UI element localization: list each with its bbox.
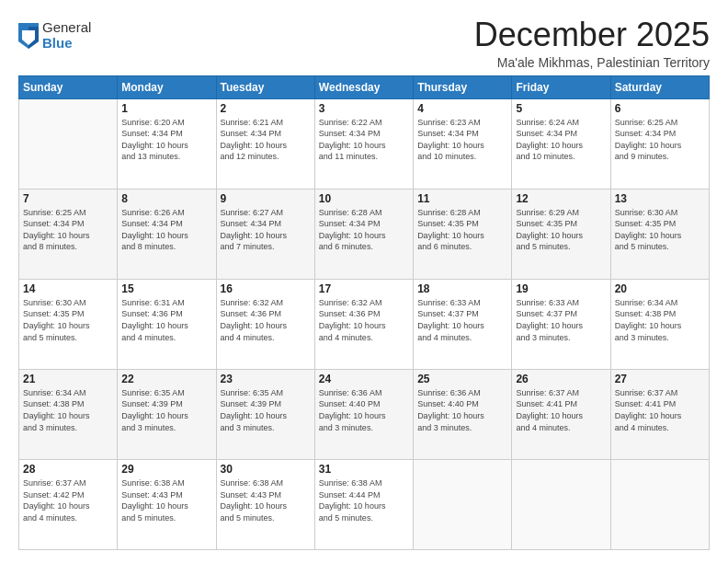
day-number: 19: [516, 282, 606, 295]
day-info: Sunrise: 6:23 AM Sunset: 4:34 PM Dayligh…: [417, 117, 507, 163]
day-info: Sunrise: 6:35 AM Sunset: 4:39 PM Dayligh…: [221, 387, 311, 433]
calendar-week-row: 7Sunrise: 6:25 AM Sunset: 4:34 PM Daylig…: [19, 189, 710, 279]
logo-icon: [18, 23, 39, 49]
calendar-week-row: 14Sunrise: 6:30 AM Sunset: 4:35 PM Dayli…: [19, 279, 710, 369]
logo: General Blue: [18, 20, 91, 51]
calendar-week-row: 1Sunrise: 6:20 AM Sunset: 4:34 PM Daylig…: [19, 98, 710, 189]
table-row: 16Sunrise: 6:32 AM Sunset: 4:36 PM Dayli…: [216, 279, 314, 369]
logo-general-text: General: [42, 20, 91, 36]
header-thursday: Thursday: [414, 75, 512, 98]
calendar-week-row: 28Sunrise: 6:37 AM Sunset: 4:42 PM Dayli…: [19, 459, 710, 549]
day-number: 7: [23, 192, 113, 205]
day-number: 21: [23, 373, 113, 385]
table-row: 15Sunrise: 6:31 AM Sunset: 4:36 PM Dayli…: [118, 279, 216, 369]
header-friday: Friday: [512, 75, 610, 98]
location-subtitle: Ma'ale Mikhmas, Palestinian Territory: [474, 55, 710, 70]
table-row: 5Sunrise: 6:24 AM Sunset: 4:34 PM Daylig…: [512, 98, 610, 189]
table-row: 11Sunrise: 6:28 AM Sunset: 4:35 PM Dayli…: [414, 189, 512, 279]
page: General Blue December 2025 Ma'ale Mikhma…: [0, 0, 728, 563]
logo-text: General Blue: [42, 20, 91, 51]
day-info: Sunrise: 6:25 AM Sunset: 4:34 PM Dayligh…: [615, 117, 705, 163]
day-info: Sunrise: 6:36 AM Sunset: 4:40 PM Dayligh…: [417, 387, 507, 433]
day-info: Sunrise: 6:28 AM Sunset: 4:35 PM Dayligh…: [417, 207, 507, 253]
day-number: 1: [121, 102, 211, 115]
table-row: 6Sunrise: 6:25 AM Sunset: 4:34 PM Daylig…: [610, 98, 709, 189]
table-row: 24Sunrise: 6:36 AM Sunset: 4:40 PM Dayli…: [314, 369, 413, 459]
day-number: 28: [23, 463, 113, 476]
day-info: Sunrise: 6:33 AM Sunset: 4:37 PM Dayligh…: [417, 297, 507, 343]
day-number: 6: [615, 102, 705, 115]
day-number: 23: [221, 373, 311, 385]
calendar-week-row: 21Sunrise: 6:34 AM Sunset: 4:38 PM Dayli…: [19, 369, 710, 459]
day-info: Sunrise: 6:34 AM Sunset: 4:38 PM Dayligh…: [23, 387, 113, 433]
day-number: 14: [23, 282, 113, 295]
table-row: 26Sunrise: 6:37 AM Sunset: 4:41 PM Dayli…: [512, 369, 610, 459]
day-number: 3: [319, 102, 409, 115]
day-info: Sunrise: 6:30 AM Sunset: 4:35 PM Dayligh…: [23, 297, 113, 343]
table-row: 17Sunrise: 6:32 AM Sunset: 4:36 PM Dayli…: [314, 279, 413, 369]
table-row: 28Sunrise: 6:37 AM Sunset: 4:42 PM Dayli…: [19, 459, 118, 549]
table-row: [19, 98, 118, 189]
calendar-header-row: Sunday Monday Tuesday Wednesday Thursday…: [19, 75, 710, 98]
day-info: Sunrise: 6:37 AM Sunset: 4:42 PM Dayligh…: [23, 477, 113, 523]
day-info: Sunrise: 6:22 AM Sunset: 4:34 PM Dayligh…: [319, 117, 409, 163]
table-row: [414, 459, 512, 549]
table-row: 4Sunrise: 6:23 AM Sunset: 4:34 PM Daylig…: [414, 98, 512, 189]
day-number: 24: [319, 373, 409, 385]
calendar-table: Sunday Monday Tuesday Wednesday Thursday…: [18, 75, 710, 550]
day-number: 25: [417, 373, 507, 385]
table-row: 25Sunrise: 6:36 AM Sunset: 4:40 PM Dayli…: [414, 369, 512, 459]
table-row: 14Sunrise: 6:30 AM Sunset: 4:35 PM Dayli…: [19, 279, 118, 369]
day-number: 12: [516, 192, 606, 205]
day-info: Sunrise: 6:28 AM Sunset: 4:34 PM Dayligh…: [319, 207, 409, 253]
table-row: [610, 459, 709, 549]
day-number: 4: [417, 102, 507, 115]
day-number: 30: [221, 463, 311, 476]
header-sunday: Sunday: [19, 75, 118, 98]
table-row: 29Sunrise: 6:38 AM Sunset: 4:43 PM Dayli…: [118, 459, 216, 549]
month-title: December 2025: [474, 17, 710, 53]
day-info: Sunrise: 6:21 AM Sunset: 4:34 PM Dayligh…: [221, 117, 311, 163]
day-number: 20: [615, 282, 705, 295]
day-number: 26: [516, 373, 606, 385]
day-info: Sunrise: 6:26 AM Sunset: 4:34 PM Dayligh…: [121, 207, 211, 253]
day-info: Sunrise: 6:38 AM Sunset: 4:43 PM Dayligh…: [221, 477, 311, 523]
header-saturday: Saturday: [610, 75, 709, 98]
header: General Blue December 2025 Ma'ale Mikhma…: [18, 17, 710, 70]
day-number: 11: [417, 192, 507, 205]
day-number: 22: [121, 373, 211, 385]
day-number: 13: [615, 192, 705, 205]
day-number: 17: [319, 282, 409, 295]
table-row: 21Sunrise: 6:34 AM Sunset: 4:38 PM Dayli…: [19, 369, 118, 459]
day-number: 27: [615, 373, 705, 385]
logo-blue-text: Blue: [42, 36, 91, 52]
table-row: 10Sunrise: 6:28 AM Sunset: 4:34 PM Dayli…: [314, 189, 413, 279]
day-info: Sunrise: 6:35 AM Sunset: 4:39 PM Dayligh…: [121, 387, 211, 433]
day-info: Sunrise: 6:20 AM Sunset: 4:34 PM Dayligh…: [121, 117, 211, 163]
day-info: Sunrise: 6:30 AM Sunset: 4:35 PM Dayligh…: [615, 207, 705, 253]
table-row: 7Sunrise: 6:25 AM Sunset: 4:34 PM Daylig…: [19, 189, 118, 279]
day-number: 8: [121, 192, 211, 205]
day-number: 31: [319, 463, 409, 476]
table-row: 12Sunrise: 6:29 AM Sunset: 4:35 PM Dayli…: [512, 189, 610, 279]
day-number: 10: [319, 192, 409, 205]
table-row: 31Sunrise: 6:38 AM Sunset: 4:44 PM Dayli…: [314, 459, 413, 549]
table-row: 18Sunrise: 6:33 AM Sunset: 4:37 PM Dayli…: [414, 279, 512, 369]
table-row: 23Sunrise: 6:35 AM Sunset: 4:39 PM Dayli…: [216, 369, 314, 459]
day-number: 5: [516, 102, 606, 115]
table-row: 13Sunrise: 6:30 AM Sunset: 4:35 PM Dayli…: [610, 189, 709, 279]
day-info: Sunrise: 6:27 AM Sunset: 4:34 PM Dayligh…: [221, 207, 311, 253]
day-info: Sunrise: 6:33 AM Sunset: 4:37 PM Dayligh…: [516, 297, 606, 343]
day-number: 29: [121, 463, 211, 476]
table-row: 1Sunrise: 6:20 AM Sunset: 4:34 PM Daylig…: [118, 98, 216, 189]
table-row: 22Sunrise: 6:35 AM Sunset: 4:39 PM Dayli…: [118, 369, 216, 459]
day-number: 16: [221, 282, 311, 295]
day-info: Sunrise: 6:36 AM Sunset: 4:40 PM Dayligh…: [319, 387, 409, 433]
header-monday: Monday: [118, 75, 216, 98]
day-info: Sunrise: 6:24 AM Sunset: 4:34 PM Dayligh…: [516, 117, 606, 163]
day-info: Sunrise: 6:37 AM Sunset: 4:41 PM Dayligh…: [516, 387, 606, 433]
day-number: 2: [221, 102, 311, 115]
header-tuesday: Tuesday: [216, 75, 314, 98]
table-row: [512, 459, 610, 549]
day-info: Sunrise: 6:37 AM Sunset: 4:41 PM Dayligh…: [615, 387, 705, 433]
